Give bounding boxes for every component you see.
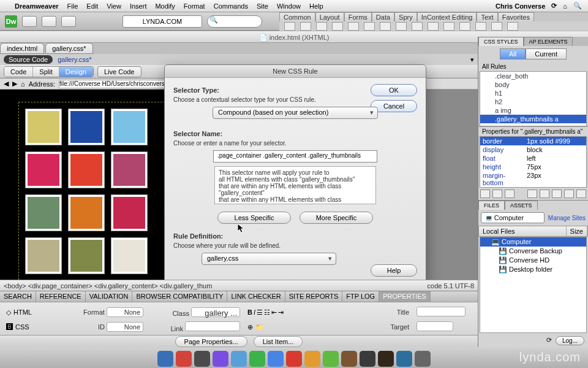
thumbnail[interactable] bbox=[111, 237, 148, 274]
html-mode-button[interactable]: ◇ bbox=[6, 309, 11, 316]
results-tab[interactable]: VALIDATION bbox=[86, 291, 133, 302]
site-dropdown[interactable]: 💻 Computer bbox=[481, 212, 545, 223]
home-icon[interactable]: ⌂ bbox=[21, 80, 25, 88]
edit-rule-icon[interactable] bbox=[552, 190, 562, 198]
list-ol-icon[interactable]: ☷ bbox=[264, 309, 270, 316]
results-tab[interactable]: PROPERTIES bbox=[379, 291, 431, 302]
refresh-icon[interactable]: ⟳ bbox=[546, 336, 552, 345]
results-tab[interactable]: FTP LOG bbox=[342, 291, 379, 302]
thumbnail[interactable] bbox=[25, 109, 62, 145]
browse-icon[interactable]: 📁 bbox=[255, 323, 264, 331]
extend-menu-button[interactable] bbox=[42, 16, 56, 27]
page-properties-button[interactable]: Page Properties... bbox=[175, 336, 247, 347]
menu-edit[interactable]: Edit bbox=[86, 2, 98, 10]
results-tab[interactable]: LINK CHECKER bbox=[227, 291, 285, 302]
view-split-button[interactable]: Split bbox=[33, 67, 59, 77]
thumbnail[interactable] bbox=[25, 194, 62, 231]
css-property-row[interactable]: displayblock bbox=[480, 145, 586, 154]
dock-app-icon[interactable] bbox=[415, 351, 431, 367]
back-icon[interactable]: ◀ bbox=[4, 80, 9, 88]
delete-rule-icon[interactable] bbox=[576, 190, 586, 198]
assets-tab[interactable]: ASSETS bbox=[505, 201, 538, 210]
thumbnail[interactable] bbox=[68, 194, 105, 231]
col-size[interactable]: Size bbox=[567, 226, 587, 236]
insert-icon[interactable] bbox=[284, 22, 295, 31]
site-menu-button[interactable] bbox=[61, 16, 76, 27]
col-local-files[interactable]: Local Files bbox=[479, 226, 567, 236]
tree-item[interactable]: 💻 Computer bbox=[480, 237, 586, 247]
dock-app-icon[interactable] bbox=[323, 351, 339, 367]
workspace-switcher[interactable]: LYNDA.COM bbox=[123, 15, 202, 28]
ap-elements-tab[interactable]: AP ELEMENTS bbox=[524, 37, 573, 46]
menu-view[interactable]: View bbox=[107, 2, 121, 10]
thumbnail[interactable] bbox=[68, 109, 105, 145]
dock-app-icon[interactable] bbox=[249, 351, 265, 367]
css-rule-item[interactable]: h2 bbox=[480, 98, 586, 106]
css-rule-item[interactable]: .gallery_thumbnails a bbox=[480, 115, 586, 123]
css-rule-item[interactable]: body bbox=[480, 80, 586, 89]
show-list-icon[interactable] bbox=[492, 190, 502, 198]
dock-app-icon[interactable] bbox=[268, 351, 284, 367]
thumbnail[interactable] bbox=[25, 151, 62, 188]
insert-icon[interactable] bbox=[348, 22, 359, 31]
ok-button[interactable]: OK bbox=[371, 84, 417, 96]
link-input[interactable] bbox=[185, 321, 240, 331]
css-current-button[interactable]: Current bbox=[526, 48, 567, 59]
dock-app-icon[interactable] bbox=[194, 351, 210, 367]
dock-app-icon[interactable] bbox=[396, 351, 412, 367]
wifi-icon[interactable]: ⌂ bbox=[563, 2, 567, 10]
design-view[interactable] bbox=[0, 90, 168, 280]
insert-tab-favorites[interactable]: Favorites bbox=[498, 12, 534, 21]
view-code-button[interactable]: Code bbox=[4, 67, 33, 77]
dock-app-icon[interactable] bbox=[378, 351, 394, 367]
insert-tab-layout[interactable]: Layout bbox=[315, 12, 344, 21]
css-all-button[interactable]: All bbox=[500, 48, 526, 59]
menu-commands[interactable]: Commands bbox=[214, 2, 248, 10]
sync-icon[interactable]: ⟳ bbox=[551, 2, 557, 10]
insert-tab-text[interactable]: Text bbox=[477, 12, 497, 21]
css-rules-list[interactable]: .clear_bothbodyh1h2a img.gallery_thumbna… bbox=[480, 71, 587, 126]
related-file-link[interactable]: gallery.css* bbox=[58, 56, 91, 63]
thumbnail[interactable] bbox=[68, 151, 105, 188]
indent-icon[interactable]: ⇥ bbox=[278, 309, 284, 316]
search-input[interactable]: 🔍 bbox=[207, 15, 262, 28]
thumbnail[interactable] bbox=[68, 237, 105, 274]
css-styles-tab[interactable]: CSS STYLES bbox=[478, 37, 524, 46]
menu-modify[interactable]: Modify bbox=[155, 2, 175, 10]
insert-icon[interactable] bbox=[396, 22, 407, 31]
insert-icon[interactable] bbox=[475, 22, 486, 31]
rule-definition-dropdown[interactable]: gallery.css bbox=[202, 253, 336, 265]
menu-insert[interactable]: Insert bbox=[130, 2, 147, 10]
address-input[interactable] bbox=[59, 80, 181, 88]
insert-icon[interactable] bbox=[428, 22, 439, 31]
css-property-row[interactable]: border1px solid #999 bbox=[480, 137, 586, 145]
insert-icon[interactable] bbox=[332, 22, 343, 31]
results-tab[interactable]: SITE REPORTS bbox=[285, 291, 342, 302]
results-tab[interactable]: SEARCH bbox=[0, 291, 36, 302]
css-rule-item[interactable]: .clear_both bbox=[480, 72, 586, 80]
css-rule-item[interactable]: h1 bbox=[480, 89, 586, 98]
insert-icon[interactable] bbox=[364, 22, 375, 31]
show-set-icon[interactable] bbox=[505, 190, 514, 198]
new-rule-icon[interactable] bbox=[540, 190, 549, 198]
point-to-file-icon[interactable]: ⊕ bbox=[247, 323, 253, 331]
insert-icon[interactable] bbox=[412, 22, 423, 31]
dock-app-icon[interactable] bbox=[286, 351, 302, 367]
app-menu[interactable]: Dreamweaver bbox=[15, 2, 59, 10]
dock-app-icon[interactable] bbox=[176, 351, 192, 367]
id-dropdown[interactable]: None bbox=[107, 322, 143, 332]
manage-sites-link[interactable]: Manage Sites bbox=[548, 215, 586, 221]
show-category-icon[interactable] bbox=[480, 190, 490, 198]
tree-item[interactable]: 💾 Desktop folder bbox=[480, 265, 586, 274]
insert-tab-forms[interactable]: Forms bbox=[344, 12, 372, 21]
log-button[interactable]: Log... bbox=[556, 336, 584, 345]
results-tab[interactable]: REFERENCE bbox=[36, 291, 86, 302]
source-code-button[interactable]: Source Code bbox=[4, 55, 53, 64]
list-ul-icon[interactable]: ☰ bbox=[257, 309, 263, 316]
results-tab[interactable]: BROWSER COMPATIBILITY bbox=[132, 291, 227, 302]
more-specific-button[interactable]: More Specific bbox=[300, 212, 373, 224]
menu-help[interactable]: Help bbox=[309, 2, 323, 10]
forward-icon[interactable]: ▶ bbox=[12, 80, 17, 88]
menubar-user[interactable]: Chris Converse bbox=[496, 2, 545, 10]
tree-item[interactable]: 💾 Converse HD bbox=[480, 256, 586, 265]
